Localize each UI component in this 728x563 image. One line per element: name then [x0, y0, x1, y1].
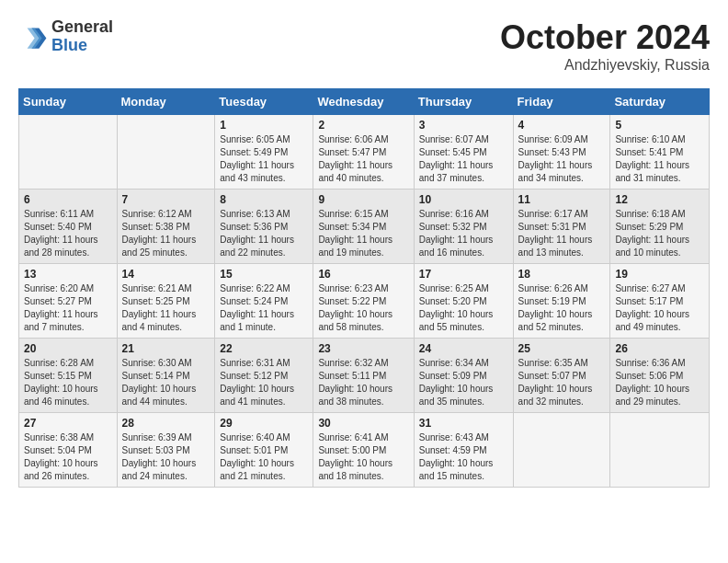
- day-number: 13: [24, 268, 112, 281]
- day-info: Sunrise: 6:32 AM Sunset: 5:11 PM Dayligh…: [318, 357, 408, 408]
- logo: General Blue: [18, 18, 113, 55]
- calendar-day-cell: 24Sunrise: 6:34 AM Sunset: 5:09 PM Dayli…: [414, 339, 513, 413]
- day-number: 28: [122, 417, 210, 430]
- day-info: Sunrise: 6:26 AM Sunset: 5:19 PM Dayligh…: [518, 282, 606, 334]
- day-info: Sunrise: 6:31 AM Sunset: 5:12 PM Dayligh…: [220, 357, 308, 408]
- calendar-day-cell: 15Sunrise: 6:22 AM Sunset: 5:24 PM Dayli…: [215, 264, 313, 339]
- day-info: Sunrise: 6:07 AM Sunset: 5:45 PM Dayligh…: [419, 133, 508, 185]
- title-block: October 2024 Andzhiyevskiy, Russia: [500, 18, 710, 74]
- day-info: Sunrise: 6:05 AM Sunset: 5:49 PM Dayligh…: [220, 133, 308, 185]
- calendar-day-cell: [117, 115, 215, 190]
- day-number: 15: [220, 268, 308, 281]
- day-number: 6: [24, 193, 112, 206]
- weekday-header-row: SundayMondayTuesdayWednesdayThursdayFrid…: [19, 89, 710, 115]
- logo-general: General: [51, 18, 113, 37]
- day-info: Sunrise: 6:39 AM Sunset: 5:03 PM Dayligh…: [122, 431, 210, 483]
- day-number: 10: [419, 193, 508, 206]
- day-number: 30: [318, 417, 408, 430]
- day-number: 5: [615, 119, 704, 132]
- day-info: Sunrise: 6:36 AM Sunset: 5:06 PM Dayligh…: [615, 357, 704, 408]
- day-number: 19: [615, 268, 704, 281]
- day-info: Sunrise: 6:40 AM Sunset: 5:01 PM Dayligh…: [220, 431, 308, 483]
- day-number: 8: [220, 193, 308, 206]
- calendar-day-cell: 3Sunrise: 6:07 AM Sunset: 5:45 PM Daylig…: [414, 115, 513, 190]
- day-number: 20: [24, 342, 112, 355]
- day-number: 23: [318, 342, 408, 355]
- day-info: Sunrise: 6:06 AM Sunset: 5:47 PM Dayligh…: [318, 133, 408, 185]
- calendar-day-cell: 23Sunrise: 6:32 AM Sunset: 5:11 PM Dayli…: [313, 339, 414, 413]
- location-title: Andzhiyevskiy, Russia: [500, 57, 710, 74]
- calendar-day-cell: 5Sunrise: 6:10 AM Sunset: 5:41 PM Daylig…: [610, 115, 710, 190]
- day-number: 21: [122, 342, 210, 355]
- calendar-day-cell: 9Sunrise: 6:15 AM Sunset: 5:34 PM Daylig…: [313, 190, 414, 264]
- day-info: Sunrise: 6:27 AM Sunset: 5:17 PM Dayligh…: [615, 282, 704, 334]
- day-info: Sunrise: 6:43 AM Sunset: 4:59 PM Dayligh…: [419, 431, 508, 483]
- day-number: 27: [24, 417, 112, 430]
- day-info: Sunrise: 6:16 AM Sunset: 5:32 PM Dayligh…: [419, 208, 508, 259]
- calendar-day-cell: 8Sunrise: 6:13 AM Sunset: 5:36 PM Daylig…: [215, 190, 313, 264]
- calendar-day-cell: 11Sunrise: 6:17 AM Sunset: 5:31 PM Dayli…: [513, 190, 610, 264]
- day-info: Sunrise: 6:23 AM Sunset: 5:22 PM Dayligh…: [318, 282, 408, 334]
- weekday-header: Sunday: [19, 89, 118, 115]
- calendar-week-row: 1Sunrise: 6:05 AM Sunset: 5:49 PM Daylig…: [19, 115, 710, 190]
- calendar-day-cell: 7Sunrise: 6:12 AM Sunset: 5:38 PM Daylig…: [117, 190, 215, 264]
- day-number: 17: [419, 268, 508, 281]
- calendar-day-cell: 29Sunrise: 6:40 AM Sunset: 5:01 PM Dayli…: [215, 413, 313, 488]
- calendar-week-row: 27Sunrise: 6:38 AM Sunset: 5:04 PM Dayli…: [19, 413, 710, 488]
- day-number: 7: [122, 193, 210, 206]
- day-number: 12: [615, 193, 704, 206]
- calendar-week-row: 20Sunrise: 6:28 AM Sunset: 5:15 PM Dayli…: [19, 339, 710, 413]
- day-info: Sunrise: 6:30 AM Sunset: 5:14 PM Dayligh…: [122, 357, 210, 408]
- weekday-header: Thursday: [414, 89, 513, 115]
- logo-blue: Blue: [51, 37, 113, 55]
- calendar-day-cell: 14Sunrise: 6:21 AM Sunset: 5:25 PM Dayli…: [117, 264, 215, 339]
- day-info: Sunrise: 6:10 AM Sunset: 5:41 PM Dayligh…: [615, 133, 704, 185]
- day-number: 1: [220, 119, 308, 132]
- day-number: 22: [220, 342, 308, 355]
- day-number: 9: [318, 193, 408, 206]
- calendar-day-cell: 28Sunrise: 6:39 AM Sunset: 5:03 PM Dayli…: [117, 413, 215, 488]
- calendar-day-cell: [513, 413, 610, 488]
- day-info: Sunrise: 6:28 AM Sunset: 5:15 PM Dayligh…: [24, 357, 112, 408]
- calendar-day-cell: 27Sunrise: 6:38 AM Sunset: 5:04 PM Dayli…: [19, 413, 118, 488]
- weekday-header: Monday: [117, 89, 215, 115]
- day-number: 24: [419, 342, 508, 355]
- day-info: Sunrise: 6:35 AM Sunset: 5:07 PM Dayligh…: [518, 357, 606, 408]
- weekday-header: Saturday: [610, 89, 710, 115]
- day-number: 18: [518, 268, 606, 281]
- logo-icon: [18, 22, 48, 52]
- calendar-day-cell: 20Sunrise: 6:28 AM Sunset: 5:15 PM Dayli…: [19, 339, 118, 413]
- day-info: Sunrise: 6:11 AM Sunset: 5:40 PM Dayligh…: [24, 208, 112, 259]
- calendar-day-cell: 1Sunrise: 6:05 AM Sunset: 5:49 PM Daylig…: [215, 115, 313, 190]
- day-info: Sunrise: 6:21 AM Sunset: 5:25 PM Dayligh…: [122, 282, 210, 334]
- calendar-day-cell: 18Sunrise: 6:26 AM Sunset: 5:19 PM Dayli…: [513, 264, 610, 339]
- day-info: Sunrise: 6:20 AM Sunset: 5:27 PM Dayligh…: [24, 282, 112, 334]
- day-number: 14: [122, 268, 210, 281]
- calendar-table: SundayMondayTuesdayWednesdayThursdayFrid…: [18, 88, 710, 488]
- calendar-day-cell: 19Sunrise: 6:27 AM Sunset: 5:17 PM Dayli…: [610, 264, 710, 339]
- weekday-header: Friday: [513, 89, 610, 115]
- calendar-week-row: 6Sunrise: 6:11 AM Sunset: 5:40 PM Daylig…: [19, 190, 710, 264]
- calendar-day-cell: 6Sunrise: 6:11 AM Sunset: 5:40 PM Daylig…: [19, 190, 118, 264]
- day-info: Sunrise: 6:22 AM Sunset: 5:24 PM Dayligh…: [220, 282, 308, 334]
- day-info: Sunrise: 6:25 AM Sunset: 5:20 PM Dayligh…: [419, 282, 508, 334]
- calendar-day-cell: [610, 413, 710, 488]
- calendar-day-cell: 31Sunrise: 6:43 AM Sunset: 4:59 PM Dayli…: [414, 413, 513, 488]
- calendar-day-cell: 12Sunrise: 6:18 AM Sunset: 5:29 PM Dayli…: [610, 190, 710, 264]
- calendar-day-cell: 13Sunrise: 6:20 AM Sunset: 5:27 PM Dayli…: [19, 264, 118, 339]
- calendar-day-cell: 16Sunrise: 6:23 AM Sunset: 5:22 PM Dayli…: [313, 264, 414, 339]
- calendar-day-cell: 10Sunrise: 6:16 AM Sunset: 5:32 PM Dayli…: [414, 190, 513, 264]
- day-info: Sunrise: 6:34 AM Sunset: 5:09 PM Dayligh…: [419, 357, 508, 408]
- day-info: Sunrise: 6:15 AM Sunset: 5:34 PM Dayligh…: [318, 208, 408, 259]
- calendar-week-row: 13Sunrise: 6:20 AM Sunset: 5:27 PM Dayli…: [19, 264, 710, 339]
- calendar-day-cell: [19, 115, 118, 190]
- page-header: General Blue October 2024 Andzhiyevskiy,…: [18, 18, 710, 74]
- calendar-day-cell: 17Sunrise: 6:25 AM Sunset: 5:20 PM Dayli…: [414, 264, 513, 339]
- calendar-day-cell: 4Sunrise: 6:09 AM Sunset: 5:43 PM Daylig…: [513, 115, 610, 190]
- day-number: 4: [518, 119, 606, 132]
- day-info: Sunrise: 6:18 AM Sunset: 5:29 PM Dayligh…: [615, 208, 704, 259]
- weekday-header: Tuesday: [215, 89, 313, 115]
- calendar-day-cell: 30Sunrise: 6:41 AM Sunset: 5:00 PM Dayli…: [313, 413, 414, 488]
- weekday-header: Wednesday: [313, 89, 414, 115]
- day-number: 26: [615, 342, 704, 355]
